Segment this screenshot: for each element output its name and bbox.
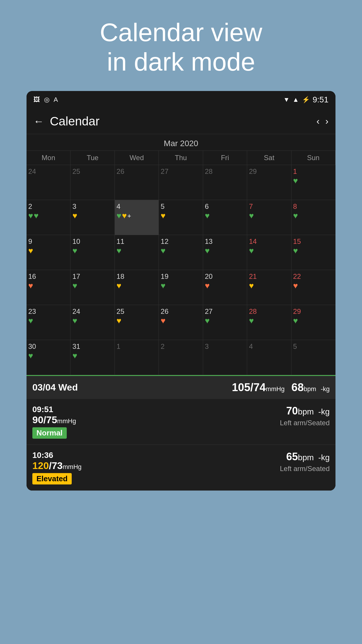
calendar-day[interactable]: 13♥ [203,235,247,270]
calendar-day[interactable]: 4♥♥+ [115,200,159,235]
location-icon: ◎ [44,96,50,104]
calendar-day[interactable]: 1 [115,340,159,375]
calendar-day[interactable]: 3 [203,340,247,375]
calendar-title: Calendar [50,114,317,128]
calendar-day[interactable]: 17♥ [71,270,115,305]
page-title: Calendar view in dark mode [100,18,262,76]
detail-bpm: 68 [291,381,304,393]
day-header-tue: Tue [71,151,115,165]
calendar-day[interactable]: 25♥ [115,305,159,340]
calendar-day[interactable]: 8♥ [291,200,335,235]
calendar-day[interactable]: 20♥ [203,270,247,305]
battery-icon: ⚡ [302,96,310,104]
calendar-day[interactable]: 1♥ [291,165,335,200]
font-icon: A [54,96,58,104]
day-header-sun: Sun [291,151,335,165]
calendar-day[interactable]: 29 [247,165,291,200]
calendar-day[interactable]: 15♥ [291,235,335,270]
reading-right-2: 65bpm -kg Left arm/Seated [280,451,330,473]
calendar-day[interactable]: 24 [27,165,71,200]
reading-bp-2: 120/73mmHg [32,460,280,471]
calendar-day[interactable]: 28 [203,165,247,200]
calendar-day[interactable]: 28♥ [247,305,291,340]
calendar-day[interactable]: 24♥ [71,305,115,340]
calendar-day[interactable]: 5♥ [159,200,203,235]
calendar-day[interactable]: 6♥ [203,200,247,235]
detail-bp-unit: mmHg [266,385,285,393]
calendar-day[interactable]: 2 [159,340,203,375]
month-header: Mar 2020 [27,134,335,150]
reading-time-2: 10:36 [32,451,280,460]
reading-bp-value-1: 90/75 [32,414,57,425]
back-button[interactable]: ← [34,115,44,127]
calendar-day[interactable]: 29♥ [291,305,335,340]
calendar-day[interactable]: 26 [115,165,159,200]
detail-bp: 105/74 [232,381,266,393]
calendar-day[interactable]: 14♥ [247,235,291,270]
reading-bpm-2: 65bpm -kg [280,451,330,463]
reading-bpm-unit-2: bpm [298,453,314,462]
day-header-thu: Thu [159,151,203,165]
reading-time-1: 09:51 [32,405,280,414]
detail-header: 03/04 Wed 105/74mmHg 68bpm -kg [27,375,335,399]
calendar-day[interactable]: 26♥ [159,305,203,340]
calendar-day[interactable]: 21♥ [247,270,291,305]
calendar-day[interactable]: 16♥ [27,270,71,305]
prev-month-button[interactable]: ‹ [317,116,320,127]
calendar-day[interactable]: 4 [247,340,291,375]
day-header-wed: Wed [115,151,159,165]
day-header-mon: Mon [27,151,71,165]
day-header-fri: Fri [203,151,247,165]
calendar-day[interactable]: 27♥ [203,305,247,340]
signal-icon: ▲ [293,96,299,104]
status-time: 9:51 [313,95,329,104]
status-tag-elevated: Elevated [32,473,72,484]
calendar-day[interactable]: 19♥ [159,270,203,305]
reading-bpm-1: 70bpm -kg [280,405,330,417]
reading-row-1[interactable]: 09:51 90/75mmHg Normal 70bpm -kg Left ar… [27,399,335,445]
reading-bp-normal-2: /73 [49,460,63,471]
calendar-day[interactable]: 5 [291,340,335,375]
wifi-icon: ▼ [283,96,290,104]
calendar-day[interactable]: 2♥♥ [27,200,71,235]
status-tag-normal: Normal [32,427,67,439]
day-header-sat: Sat [247,151,291,165]
calendar-day[interactable]: 3♥ [71,200,115,235]
app-header: ← Calendar ‹ › [27,108,335,134]
detail-reading: 105/74mmHg 68bpm -kg [232,381,330,394]
status-icons-right: ▼ ▲ ⚡ 9:51 [283,95,328,104]
reading-bp-1: 90/75mmHg [32,414,280,426]
reading-row-2[interactable]: 10:36 120/73mmHg Elevated 65bpm -kg Left… [27,445,335,491]
reading-bpm-value-1: 70 [286,405,298,417]
reading-bpm-unit-1: bpm [298,407,314,416]
reading-right-1: 70bpm -kg Left arm/Seated [280,405,330,427]
calendar-day[interactable]: 18♥ [115,270,159,305]
calendar-day[interactable]: 12♥ [159,235,203,270]
calendar-day[interactable]: 22♥ [291,270,335,305]
calendar-grid: Mon Tue Wed Thu Fri Sat Sun 242526272829… [27,150,335,375]
calendar-day[interactable]: 9♥ [27,235,71,270]
reading-meta-1: Left arm/Seated [280,419,330,427]
detail-bpm-unit: bpm [304,385,316,393]
calendar-day[interactable]: 31♥ [71,340,115,375]
reading-bp-unit-2: mmHg [63,463,82,470]
reading-bp-unit-1: mmHg [57,417,76,425]
reading-left-2: 10:36 120/73mmHg Elevated [32,451,280,484]
calendar-day[interactable]: 10♥ [71,235,115,270]
next-month-button[interactable]: › [325,116,328,127]
reading-meta-2: Left arm/Seated [280,465,330,473]
calendar-day[interactable]: 25 [71,165,115,200]
image-icon: 🖼 [34,96,40,104]
calendar-day[interactable]: 23♥ [27,305,71,340]
calendar: Mar 2020 Mon Tue Wed Thu Fri Sat Sun 242… [27,134,335,375]
calendar-day[interactable]: 30♥ [27,340,71,375]
reading-left-1: 09:51 90/75mmHg Normal [32,405,280,439]
reading-weight-2: -kg [318,453,330,462]
reading-weight-1: -kg [318,407,330,416]
calendar-day[interactable]: 7♥ [247,200,291,235]
reading-bp-elevated-2: 120 [32,460,49,471]
reading-bpm-value-2: 65 [286,451,298,463]
calendar-day[interactable]: 27 [159,165,203,200]
status-bar: 🖼 ◎ A ▼ ▲ ⚡ 9:51 [27,91,335,108]
calendar-day[interactable]: 11♥ [115,235,159,270]
